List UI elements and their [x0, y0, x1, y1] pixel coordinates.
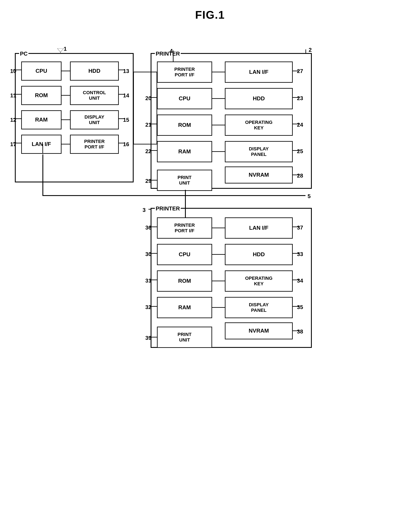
p1-dispanel-ref: 25	[297, 148, 303, 155]
p2-portif: PRINTERPORT I/F	[157, 217, 212, 239]
p1-ram: RAM	[157, 141, 212, 162]
p2-hdd-ref: 33	[297, 251, 303, 258]
p1-printunit: PRINTUNIT	[157, 170, 212, 191]
p1-nvram-ref: 28	[297, 172, 303, 179]
p2-nvram-ref: 38	[297, 328, 303, 335]
p2-cpu-ref: 30	[145, 251, 152, 258]
p2-rom-ref: 31	[145, 277, 152, 284]
p1-hdd: HDD	[225, 88, 293, 109]
p1-lanif: LAN I/F	[225, 61, 293, 83]
p2-portif-ref: 36	[145, 224, 152, 231]
p2-dispanel-ref: 35	[297, 304, 303, 311]
pc-disp-ref: 15	[123, 117, 129, 123]
pc-hdd-ref: 13	[123, 68, 129, 74]
p1-nvram: NVRAM	[225, 167, 293, 184]
p2-hdd: HDD	[225, 244, 293, 265]
p1-cpu-ref: 20	[145, 95, 152, 102]
pc-rom: ROM	[21, 86, 61, 105]
p2-label: PRINTER	[155, 205, 181, 212]
pc-ctrl-ref: 14	[123, 92, 129, 99]
p1-portif: PRINTERPORT I/F	[157, 61, 212, 83]
p2-dispanel: DISPLAYPANEL	[225, 297, 293, 318]
p1-opkey: OPERATINGKEY	[225, 115, 293, 136]
pc-cpu: CPU	[21, 61, 61, 81]
p2-ref: 3	[143, 207, 145, 213]
p2-rom: ROM	[157, 270, 212, 292]
pc-display: DISPLAYUNIT	[70, 110, 119, 129]
pc-ram-ref: 12	[10, 117, 16, 123]
p1-hdd-ref: 23	[297, 95, 303, 102]
pc-hdd: HDD	[70, 61, 119, 81]
pc-label: PC	[19, 51, 28, 57]
pc-ram: RAM	[21, 110, 61, 129]
p1-printunit-ref: 29	[145, 178, 152, 184]
p1-cpu: CPU	[157, 88, 212, 109]
p1-rom: ROM	[157, 115, 212, 136]
diagram-container: PC 1 CPU 10 ROM 11 RAM 12 LAN I/F 17 HDD…	[0, 25, 420, 522]
p1-label: PRINTER	[155, 51, 181, 57]
p2-opkey-ref: 34	[297, 277, 303, 284]
pc-lanif-ref: 17	[10, 141, 16, 148]
pc-lanif: LAN I/F	[21, 135, 61, 154]
svg-marker-1	[57, 48, 64, 52]
p2-ram: RAM	[157, 297, 212, 318]
p2-cpu: CPU	[157, 244, 212, 265]
p1-rom-ref: 21	[145, 122, 152, 128]
p2-printunit: PRINTUNIT	[157, 327, 212, 348]
pc-ref: 1	[64, 46, 67, 52]
p2-ram-ref: 32	[145, 304, 152, 311]
p1-opkey-ref: 24	[297, 122, 303, 128]
page-title: FIG.1	[0, 0, 420, 25]
pc-cpu-ref: 10	[10, 68, 16, 74]
p2-nvram: NVRAM	[225, 322, 293, 339]
pc-prtport-ref: 16	[123, 141, 129, 148]
pc-rom-ref: 11	[10, 92, 16, 99]
p1-ram-ref: 22	[145, 148, 152, 155]
pc-control: CONTROLUNIT	[70, 86, 119, 105]
p2-lanif-ref: 37	[297, 224, 303, 231]
p2-lanif: LAN I/F	[225, 217, 293, 239]
pc-printerportif: PRINTERPORT I/F	[70, 135, 119, 154]
p1-portif-ref-num: 4	[170, 48, 173, 54]
p2-printunit-ref: 39	[145, 335, 152, 341]
p1-dispanel: DISPLAYPANEL	[225, 141, 293, 162]
p2-opkey: OPERATINGKEY	[225, 270, 293, 292]
p1-ref: 2	[309, 47, 312, 53]
network-ref: 5	[308, 193, 311, 200]
